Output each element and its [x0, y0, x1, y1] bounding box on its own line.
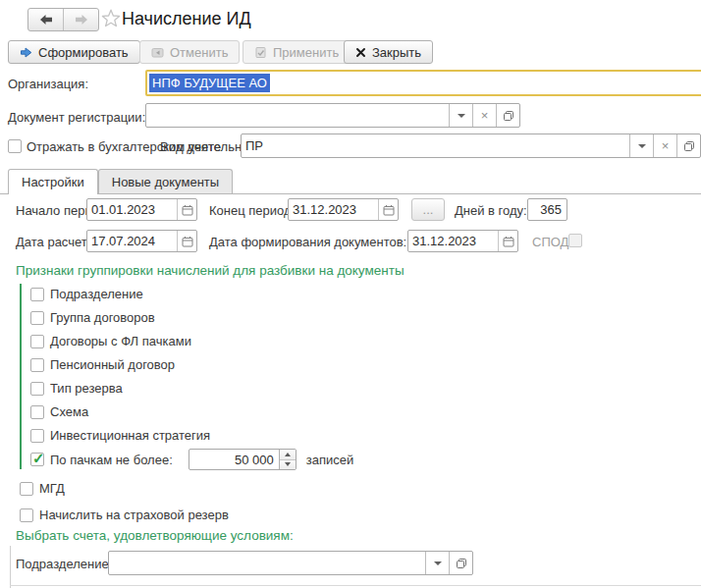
period-end-field[interactable]: 31.12.2023	[288, 198, 399, 221]
grouping-row-pension-contract: Пенсионный договор	[30, 357, 175, 372]
calendar-icon[interactable]	[177, 199, 196, 220]
mgd-checkbox[interactable]	[20, 482, 33, 496]
spod-label: СПОД:	[532, 235, 572, 249]
back-button[interactable]	[28, 9, 63, 30]
doc-form-date-value[interactable]: 31.12.2023	[408, 234, 498, 248]
department-dropdown-button[interactable]	[425, 552, 449, 574]
department-open-button[interactable]	[449, 552, 472, 574]
activity-type-dropdown-button[interactable]	[629, 134, 653, 157]
bottom-border-line	[10, 585, 701, 586]
cancel-button[interactable]: Отменить	[139, 40, 240, 64]
days-in-year-label: Дней в году:	[455, 203, 527, 218]
activity-type-clear-button[interactable]: ×	[653, 134, 676, 157]
batch-limit-label: По пачкам не более:	[50, 453, 173, 467]
spinner-down-button[interactable]	[280, 460, 296, 470]
insurance-reserve-row: Начислить на страховой резерв	[20, 508, 229, 522]
calendar-icon[interactable]	[498, 231, 517, 251]
number-spinner	[279, 450, 296, 469]
period-start-value[interactable]: 01.01.2023	[87, 202, 177, 217]
registration-doc-clear-button[interactable]: ×	[472, 104, 496, 127]
calc-date-field[interactable]: 17.07.2024	[86, 230, 197, 252]
checkbox-label: Подразделение	[50, 287, 143, 301]
grouping-row-reserve-type: Тип резерва	[30, 381, 123, 396]
doc-form-date-label: Дата формирования документов:	[209, 235, 406, 249]
window-accrual-id: Начисление ИД Сформировать Отменить Прим…	[0, 0, 701, 588]
checkbox[interactable]	[30, 311, 44, 325]
checkbox[interactable]	[30, 429, 44, 443]
checkbox[interactable]	[30, 382, 44, 396]
registration-doc-field[interactable]: ×	[145, 103, 520, 128]
activity-type-field[interactable]: ПР ×	[241, 134, 701, 158]
accounts-group-line	[10, 546, 11, 588]
checkbox-label: Пенсионный договор	[50, 357, 175, 372]
calendar-icon[interactable]	[177, 231, 196, 251]
clear-x-icon: ×	[662, 139, 670, 152]
batch-limit-value[interactable]: 50 000	[189, 453, 279, 467]
registration-doc-dropdown-button[interactable]	[449, 104, 472, 127]
activity-type-value[interactable]: ПР	[242, 138, 629, 153]
activity-type-open-button[interactable]	[676, 134, 700, 157]
days-in-year-field[interactable]: 365	[527, 198, 567, 221]
apply-button[interactable]: Применить	[243, 40, 350, 64]
doc-form-date-field[interactable]: 31.12.2023	[407, 230, 518, 252]
calc-date-label: Дата расчета:	[16, 235, 97, 249]
tab-strip: Настройки Новые документы	[0, 169, 701, 194]
days-in-year-value[interactable]: 365	[528, 202, 566, 217]
department-field[interactable]	[108, 551, 473, 575]
spod-checkbox	[568, 234, 582, 247]
period-start-field[interactable]: 01.01.2023	[86, 198, 197, 221]
chevron-down-icon	[434, 561, 442, 565]
tab-new-documents[interactable]: Новые документы	[98, 169, 233, 193]
close-button[interactable]: Закрыть	[344, 40, 433, 64]
checkbox[interactable]	[30, 335, 44, 348]
accounts-header[interactable]: Выбрать счета, удовлетворяющие условиям:	[16, 528, 294, 543]
grouping-row-fl-batches: Договоры с ФЛ пачками	[30, 334, 191, 348]
checkbox[interactable]	[30, 358, 44, 372]
grouping-header[interactable]: Признаки группировки начислений для разб…	[16, 263, 404, 278]
organization-field[interactable]: НПФ БУДУЩЕЕ АО	[145, 70, 701, 96]
batch-limit-field[interactable]: 50 000	[189, 449, 297, 470]
registration-doc-open-button[interactable]	[496, 104, 519, 127]
history-nav	[27, 8, 99, 31]
batch-limit-row: По пачкам не более: 50 000 записей	[30, 449, 353, 470]
forward-button[interactable]	[63, 9, 98, 30]
checkbox-label: Группа договоров	[50, 310, 155, 325]
generate-button[interactable]: Сформировать	[8, 40, 140, 64]
back-arrow-icon	[38, 14, 54, 26]
favorite-star-icon[interactable]	[99, 7, 123, 33]
cancel-button-label: Отменить	[170, 45, 228, 60]
spinner-up-button[interactable]	[280, 450, 296, 460]
grouping-row-contract-group: Группа договоров	[30, 310, 155, 325]
insurance-reserve-label: Начислить на страховой резерв	[39, 508, 229, 522]
ellipsis-label: ...	[423, 202, 434, 217]
checkbox[interactable]	[30, 288, 44, 301]
clear-x-icon: ×	[481, 109, 489, 122]
apply-button-label: Применить	[273, 45, 339, 60]
period-more-button[interactable]: ...	[411, 198, 445, 221]
close-button-label: Закрыть	[372, 45, 421, 60]
checkbox[interactable]	[30, 405, 44, 419]
calc-date-value[interactable]: 17.07.2024	[87, 234, 177, 248]
chevron-down-icon	[638, 144, 646, 148]
calendar-icon[interactable]	[378, 199, 398, 220]
grouping-group-line	[20, 284, 22, 469]
checkbox-label: Договоры с ФЛ пачками	[50, 334, 191, 348]
period-end-value[interactable]: 31.12.2023	[289, 202, 378, 217]
open-list-icon	[683, 140, 695, 152]
organization-label: Организация:	[8, 77, 88, 91]
reflect-accounting-checkbox[interactable]	[8, 139, 22, 153]
grouping-row-invest-strategy: Инвестиционная стратегия	[30, 428, 210, 443]
batch-limit-checkbox[interactable]	[30, 453, 44, 466]
registration-doc-label: Документ регистрации:	[8, 110, 145, 125]
open-list-icon	[456, 558, 467, 569]
checkbox-label: Инвестиционная стратегия	[50, 428, 210, 443]
department-label: Подразделение:	[16, 557, 112, 571]
tab-settings[interactable]: Настройки	[8, 169, 98, 194]
checkbox-label: Схема	[50, 404, 88, 419]
open-list-icon	[503, 110, 514, 122]
batch-limit-suffix: записей	[306, 453, 353, 467]
generate-arrow-icon	[20, 46, 32, 59]
forward-arrow-icon	[74, 14, 89, 26]
grouping-row-department: Подразделение	[30, 287, 143, 301]
insurance-reserve-checkbox[interactable]	[20, 508, 33, 522]
